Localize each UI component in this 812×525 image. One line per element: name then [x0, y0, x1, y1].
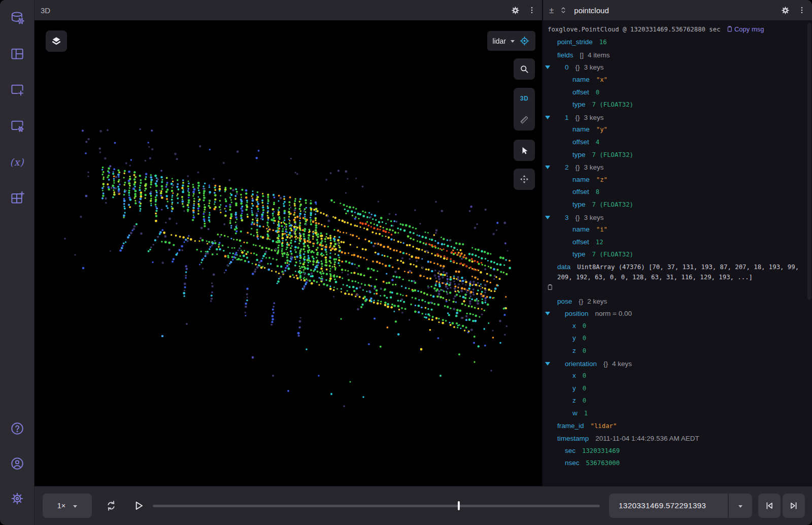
tree-row[interactable]: 2{}3 keys: [543, 161, 807, 174]
timestamp-format-button[interactable]: [729, 494, 752, 518]
help-button[interactable]: [6, 417, 28, 440]
tree-row[interactable]: nsec536763000: [543, 457, 807, 470]
expand-caret-icon[interactable]: [554, 62, 565, 72]
tree-key: x: [572, 372, 576, 379]
tree-row[interactable]: y0: [543, 332, 807, 345]
add-panel-button[interactable]: [6, 79, 28, 101]
tree-row[interactable]: name"x": [543, 74, 807, 86]
tree-row[interactable]: fields[]4 items: [543, 49, 807, 61]
tree-row[interactable]: 0{}3 keys: [543, 61, 807, 74]
tree-row[interactable]: offset0: [543, 86, 807, 99]
tree-row[interactable]: type7 (FLOAT32): [543, 199, 807, 211]
chevron-down-icon: [738, 505, 742, 508]
expand-caret-icon[interactable]: [547, 50, 557, 59]
tree-row[interactable]: offset8: [543, 186, 807, 199]
tree-value: "lidar": [591, 422, 617, 430]
tree-row[interactable]: w1: [543, 407, 807, 420]
tree-key: 0: [565, 63, 569, 71]
app-settings-button[interactable]: [6, 487, 28, 510]
tree-value: 7 (FLOAT32): [592, 151, 633, 158]
tree-row[interactable]: x0: [543, 319, 807, 332]
tree-row[interactable]: z0: [543, 395, 807, 407]
layout-grid-button[interactable]: [6, 43, 28, 65]
seek-playhead[interactable]: [458, 501, 460, 510]
tree-row[interactable]: name"y": [543, 123, 807, 136]
tree-row[interactable]: y0: [543, 382, 807, 395]
tree-key: type: [572, 151, 586, 158]
tree-value: 7 (FLOAT32): [592, 101, 633, 108]
tree-row[interactable]: type7 (FLOAT32): [543, 99, 807, 111]
panel-menu-kebab-icon[interactable]: [798, 6, 806, 14]
expand-collapse-all-icon[interactable]: ±: [549, 6, 554, 15]
tree-key: name: [572, 125, 590, 133]
search-button[interactable]: [514, 58, 535, 80]
tree-row[interactable]: name"i": [543, 223, 807, 236]
tree-row[interactable]: type7 (FLOAT32): [543, 248, 807, 261]
tree-row[interactable]: 1{}3 keys: [543, 111, 807, 124]
follow-frame-crosshair-icon[interactable]: [519, 36, 530, 46]
seek-track[interactable]: [153, 505, 600, 507]
tree-row[interactable]: positionnorm = 0.00: [543, 307, 807, 320]
3d-mode-button[interactable]: 3D: [514, 88, 535, 109]
tree-row[interactable]: 3{}3 keys: [543, 211, 807, 223]
play-button[interactable]: [128, 496, 149, 516]
expand-caret-icon[interactable]: [554, 212, 565, 222]
tree-key: z: [572, 347, 576, 354]
expand-caret-icon[interactable]: [554, 308, 565, 318]
playback-speed-button[interactable]: 1×: [43, 494, 92, 518]
tree-row[interactable]: timestamp2011-11-04 1:44:29.536 AM AEDT: [543, 432, 807, 445]
tree-key: 2: [565, 163, 569, 171]
tree-value: {}: [576, 163, 580, 171]
panel-menu-kebab-icon[interactable]: [528, 6, 536, 14]
expand-caret-icon[interactable]: [554, 358, 565, 368]
tree-value: 7 (FLOAT32): [592, 251, 633, 258]
step-back-button[interactable]: [758, 494, 781, 518]
panel-settings-gear-icon[interactable]: [781, 6, 790, 15]
tree-value: 4: [596, 139, 599, 146]
panel-settings-gear-icon[interactable]: [511, 6, 520, 15]
tree-row[interactable]: orientation{}4 keys: [543, 357, 807, 370]
tree-value: 12: [596, 239, 603, 246]
panel-3d-header[interactable]: 3D: [35, 0, 542, 20]
frame-selector[interactable]: lidar: [487, 31, 535, 51]
pointer-button[interactable]: [514, 140, 535, 161]
3d-mode-label: 3D: [520, 95, 528, 102]
expand-caret-icon[interactable]: [554, 162, 565, 172]
tree-row[interactable]: x0: [543, 370, 807, 382]
tree-row[interactable]: frame_id"lidar": [543, 419, 807, 432]
unfold-chevrons-icon[interactable]: [560, 6, 567, 14]
tree-row[interactable]: z0: [543, 345, 807, 357]
step-back-icon: [764, 500, 775, 511]
tree-row[interactable]: dataUint8Array (47376) [70, 37, 131, 193…: [543, 261, 807, 295]
tree-key: orientation: [565, 360, 597, 368]
tree-value: 0: [583, 372, 586, 379]
timestamp-input[interactable]: [619, 501, 718, 510]
layers-button[interactable]: [46, 30, 67, 52]
copy-data-icon[interactable]: [557, 282, 807, 293]
scrollbar-thumb[interactable]: [807, 23, 811, 300]
tree-key: offset: [572, 238, 589, 246]
move-button[interactable]: [514, 169, 535, 190]
tree-row[interactable]: type7 (FLOAT32): [543, 148, 807, 161]
copy-msg-button[interactable]: Copy msg: [724, 25, 764, 33]
tree-row[interactable]: name"z": [543, 174, 807, 186]
pointcloud-canvas[interactable]: [35, 20, 542, 486]
tree-row[interactable]: sec1320331469: [543, 444, 807, 457]
expand-caret-icon[interactable]: [547, 296, 557, 306]
expand-caret-icon[interactable]: [547, 433, 557, 443]
tree-row[interactable]: pose{}2 keys: [543, 294, 807, 307]
loop-button[interactable]: [101, 496, 121, 516]
tree-row[interactable]: point_stride16: [543, 36, 807, 49]
variables-button[interactable]: (x): [6, 151, 28, 173]
step-forward-button[interactable]: [783, 494, 805, 518]
account-button[interactable]: [6, 452, 28, 475]
panel-settings-button[interactable]: [6, 115, 28, 137]
data-source-button[interactable]: [6, 7, 28, 29]
expand-caret-icon[interactable]: [554, 112, 565, 122]
panel-raw-header[interactable]: ± pointcloud: [543, 0, 812, 20]
add-layout-button[interactable]: [6, 187, 28, 209]
seek-bar[interactable]: [153, 494, 600, 518]
tree-row[interactable]: offset4: [543, 136, 807, 149]
measure-button[interactable]: [514, 109, 535, 130]
tree-row[interactable]: offset12: [543, 236, 807, 249]
